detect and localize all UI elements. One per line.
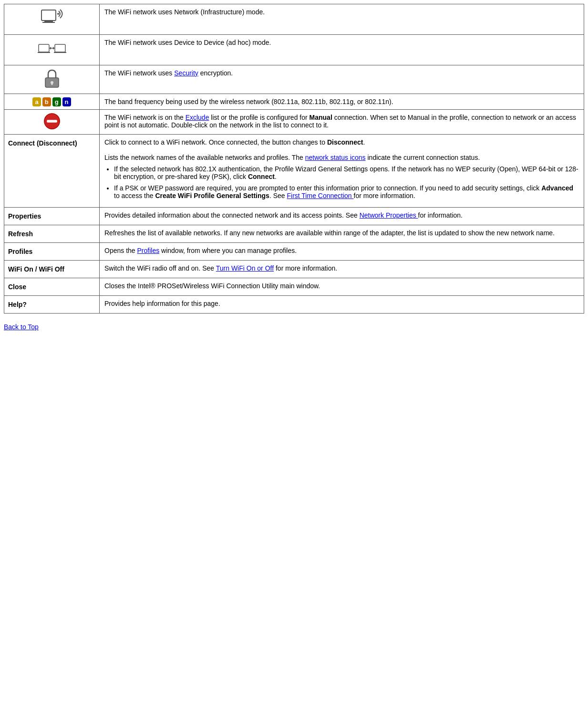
table-row: a b g n The band frequency being used by… xyxy=(4,94,584,110)
table-row: The WiFi network uses Device to Device (… xyxy=(4,35,584,65)
turn-wifi-link[interactable]: Turn WiFi On or Off xyxy=(216,264,274,272)
connect-para1: Click to connect to a WiFi network. Once… xyxy=(104,138,579,146)
exclude-desc: The WiFi network is on the Exclude list … xyxy=(100,110,584,135)
band-icon: a b g n xyxy=(32,97,71,106)
svg-rect-13 xyxy=(51,83,52,85)
lock-icon xyxy=(42,68,62,89)
properties-label: Properties xyxy=(4,208,100,225)
help-label: Help? xyxy=(4,296,100,314)
close-label: Close xyxy=(4,278,100,296)
band-g-label: g xyxy=(52,97,61,106)
disconnect-bold: Disconnect xyxy=(327,138,363,146)
first-time-connection-link[interactable]: First Time Connection xyxy=(287,192,353,199)
infrastructure-icon-cell xyxy=(4,4,100,35)
table-row: The WiFi network uses Security encryptio… xyxy=(4,65,584,94)
refresh-label: Refresh xyxy=(4,225,100,243)
advanced-bold: Advanced xyxy=(541,184,573,192)
connect-label: Connect (Disconnect) xyxy=(4,135,100,208)
band-a-label: a xyxy=(32,97,41,106)
infrastructure-desc: The WiFi network uses Network (Infrastru… xyxy=(100,4,584,35)
table-row: Properties Provides detailed information… xyxy=(4,208,584,225)
create-wifi-bold: Create WiFi Profile General Settings xyxy=(155,192,269,199)
table-row: Connect (Disconnect) Click to connect to… xyxy=(4,135,584,208)
svg-rect-0 xyxy=(41,10,56,21)
profiles-label: Profiles xyxy=(4,243,100,261)
connect-bullets: If the selected network has 802.1X authe… xyxy=(114,165,579,199)
svg-rect-1 xyxy=(44,21,53,22)
svg-rect-15 xyxy=(47,120,57,122)
table-row: Refresh Refreshes the list of available … xyxy=(4,225,584,243)
svg-rect-4 xyxy=(39,44,49,52)
back-to-top-link[interactable]: Back to Top xyxy=(4,323,39,331)
table-row: Help? Provides help information for this… xyxy=(4,296,584,314)
no-entry-icon xyxy=(43,113,61,130)
exclude-link[interactable]: Exclude xyxy=(186,114,209,121)
list-item: If the selected network has 802.1X authe… xyxy=(114,165,579,180)
svg-rect-7 xyxy=(54,52,66,53)
connect-bold: Connect xyxy=(248,173,275,180)
security-link[interactable]: Security xyxy=(174,69,198,77)
band-icon-cell: a b g n xyxy=(4,94,100,110)
wifi-on-off-desc: Switch the WiFi radio off and on. See Tu… xyxy=(100,261,584,278)
table-row: Close Closes the Intel® PROSet/Wireless … xyxy=(4,278,584,296)
table-row: Profiles Opens the Profiles window, from… xyxy=(4,243,584,261)
list-item: If a PSK or WEP password are required, y… xyxy=(114,184,579,199)
infrastructure-icon xyxy=(38,7,66,30)
manual-bold: Manual xyxy=(309,114,332,121)
svg-rect-5 xyxy=(38,52,50,53)
adhoc-icon-cell xyxy=(4,35,100,65)
exclude-icon-cell xyxy=(4,110,100,135)
network-status-icons-link[interactable]: network status icons xyxy=(305,154,366,161)
network-properties-link[interactable]: Network Properties xyxy=(360,211,418,219)
table-row: WiFi On / WiFi Off Switch the WiFi radio… xyxy=(4,261,584,278)
back-to-top-container: Back to Top xyxy=(4,323,584,331)
properties-desc: Provides detailed information about the … xyxy=(100,208,584,225)
main-table: The WiFi network uses Network (Infrastru… xyxy=(4,4,584,314)
profiles-desc: Opens the Profiles window, from where yo… xyxy=(100,243,584,261)
svg-rect-6 xyxy=(55,44,65,52)
adhoc-desc: The WiFi network uses Device to Device (… xyxy=(100,35,584,65)
wifi-on-off-label: WiFi On / WiFi Off xyxy=(4,261,100,278)
connect-para2: Lists the network names of the available… xyxy=(104,154,579,161)
security-icon-cell xyxy=(4,65,100,94)
profiles-link[interactable]: Profiles xyxy=(137,247,160,254)
svg-rect-2 xyxy=(42,22,55,23)
svg-point-3 xyxy=(57,13,59,15)
connect-desc: Click to connect to a WiFi network. Once… xyxy=(100,135,584,208)
security-desc: The WiFi network uses Security encryptio… xyxy=(100,65,584,94)
close-desc: Closes the Intel® PROSet/Wireless WiFi C… xyxy=(100,278,584,296)
help-desc: Provides help information for this page. xyxy=(100,296,584,314)
band-b-label: b xyxy=(42,97,51,106)
refresh-desc: Refreshes the list of available networks… xyxy=(100,225,584,243)
band-desc: The band frequency being used by the wir… xyxy=(100,94,584,110)
table-row: The WiFi network is on the Exclude list … xyxy=(4,110,584,135)
adhoc-icon xyxy=(38,38,66,61)
band-n-label: n xyxy=(62,97,71,106)
table-row: The WiFi network uses Network (Infrastru… xyxy=(4,4,584,35)
